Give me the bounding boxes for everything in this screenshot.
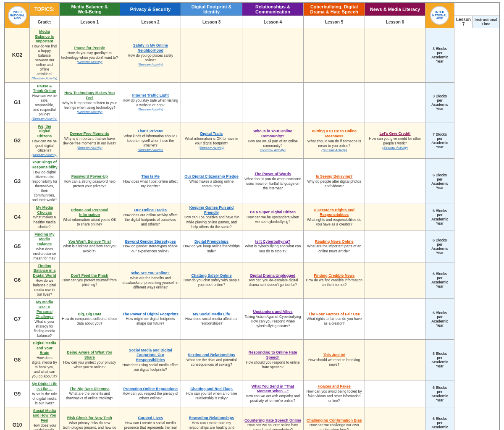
- g6-l4-title[interactable]: Chatting Safely Online: [183, 273, 240, 278]
- g3-l1-title[interactable]: Your Rings of Responsibility: [32, 160, 58, 170]
- g4-l4-title[interactable]: Keeping Games Fun and Friendly: [183, 205, 240, 215]
- g7-l3-title[interactable]: The Power of Digital Footprints: [122, 312, 179, 317]
- g4-l5-title[interactable]: Be a Super Digital Citizen: [244, 210, 302, 215]
- g1-l2-seesaw[interactable]: (Seesaw Activity): [61, 110, 118, 114]
- g8-l6-title[interactable]: This Just In!: [305, 353, 363, 358]
- g6-l3-title[interactable]: Who Are You Online?: [122, 271, 179, 276]
- g9-lesson5: What You Send in "That Moment When ..." …: [242, 380, 303, 407]
- g9-instruct: 6 BlocksperAcademicYear: [425, 380, 454, 407]
- g9-l1-title[interactable]: My Digital Life Is Like ...: [32, 382, 58, 391]
- g8-l3-title[interactable]: Social Media and Digital Footprints: Our…: [122, 348, 179, 363]
- g2-l4-seesaw[interactable]: (Seesaw Activity): [183, 146, 240, 150]
- g6-l1-title[interactable]: Finding Balance in a Digital World: [32, 264, 58, 278]
- g8-l6-desc: How should we react to breaking news?: [305, 358, 363, 367]
- lesson3-header: Lesson 3: [181, 16, 242, 28]
- kg2-l3-title[interactable]: Safety in My Online Neighborhood: [122, 43, 179, 53]
- g5-l2-title[interactable]: You Won't Believe This!: [61, 239, 118, 244]
- kg2-l2-title[interactable]: Pause for People: [61, 46, 118, 51]
- g10-l2-desc: What privacy risks do new technologies p…: [61, 421, 118, 430]
- g6-l6-desc: How do we find credible information on t…: [305, 278, 363, 287]
- g2-l6-seesaw[interactable]: (Seesaw Activity): [305, 148, 363, 152]
- g1-l2-title[interactable]: How Technology Makes You Feel: [61, 91, 118, 100]
- g2-l3-title[interactable]: That's Private!: [122, 129, 179, 134]
- g9-l3-title[interactable]: Protecting Online Reputations: [122, 387, 179, 392]
- g8-l2-title[interactable]: Being Aware of What You Share: [61, 350, 118, 360]
- g9-lesson3: Protecting Online Reputations How can yo…: [120, 380, 181, 407]
- g5-l6-title[interactable]: Reading News Online: [305, 239, 363, 244]
- g6-lesson6: Finding Credible News How do we find cre…: [304, 262, 365, 298]
- g8-lesson1: Digital Media and Your Brain How does di…: [30, 339, 60, 380]
- g6-l6-title[interactable]: Finding Credible News: [305, 273, 363, 278]
- g7-l1-title[interactable]: My Media Use: A Personal Challenge: [32, 300, 58, 320]
- g2-l4-title[interactable]: Digital Trails: [183, 131, 240, 136]
- g5-l5-title[interactable]: Is It Cyberbullying?: [244, 239, 302, 244]
- grade-label-g8: G8: [5, 339, 30, 380]
- lesson-header-row: Grade: Lesson 1 Lesson 2 Lesson 3 Lesson…: [5, 16, 499, 28]
- grade-label-g3: G3: [5, 159, 30, 204]
- g1-l3-seesaw[interactable]: (Seesaw Activity): [122, 108, 179, 112]
- g1-l1-seesaw[interactable]: (Seesaw Activity): [32, 117, 58, 121]
- g3-l5-title[interactable]: The Power of Words: [244, 172, 302, 177]
- g1-l3-title[interactable]: Internet Traffic Light: [122, 93, 179, 98]
- grade-label-g4: G4: [5, 204, 30, 231]
- g9-lesson2: The Big Data Dilemma What are the benefi…: [59, 380, 120, 407]
- g3-lesson6: Is Seeing Believing? Why do people alter…: [304, 159, 365, 204]
- g2-l7-title[interactable]: Let's Give Credit!: [367, 131, 423, 136]
- g2-l3-seesaw[interactable]: (Seesaw Activity): [122, 148, 179, 152]
- g10-l2-title[interactable]: Risk Check for New Tech: [61, 416, 118, 421]
- g9-l6-desc: How can you avoid being fooled by fake v…: [305, 389, 363, 403]
- g6-l5-desc: How can you de-escalate digital drama so…: [244, 278, 302, 287]
- kg2-l1-title[interactable]: Media Balance Is Important: [32, 29, 58, 44]
- g1-lesson2: How Technology Makes You Feel Why is it …: [59, 82, 120, 123]
- kg2-l3-seesaw[interactable]: (Seesaw Activity): [122, 63, 179, 67]
- g10-l5-title[interactable]: Countering Hate Speech Online: [244, 418, 302, 423]
- g4-l1-title[interactable]: My Media Choices: [32, 205, 58, 215]
- g7-l5-title[interactable]: Upstanders and Allies: [244, 309, 302, 315]
- g2-l2-title[interactable]: Device-Free Moments: [61, 131, 118, 136]
- g4-l2-title[interactable]: Private and Personal Information: [61, 208, 118, 218]
- kg2-l2-seesaw[interactable]: (Seesaw Activity): [61, 60, 118, 64]
- g9-l2-title[interactable]: The Big Data Dilemma: [61, 387, 118, 392]
- g8-l4-title[interactable]: Sexting and Relationships: [183, 353, 240, 358]
- g2-l1-title[interactable]: We, the Digital Citizens: [32, 124, 58, 139]
- g2-l1-seesaw[interactable]: (Seesaw Activity): [32, 153, 58, 157]
- g10-l1-title[interactable]: Social Media and How You Feel: [32, 409, 58, 423]
- g9-l6-title[interactable]: Hoaxes and Fakes: [305, 384, 363, 389]
- g2-l7-seesaw[interactable]: (Seesaw Activity): [367, 146, 423, 150]
- grade-label-g6: G6: [5, 262, 30, 298]
- g4-l3-title[interactable]: Our Online Tracks: [122, 208, 179, 213]
- g10-l6-title[interactable]: Challenging Confirmation Bias: [305, 418, 363, 423]
- g7-l2-title[interactable]: Big, Big Data: [61, 312, 118, 317]
- g8-l1-title[interactable]: Digital Media and Your Brain: [32, 341, 58, 356]
- topics-label: TOPICS:: [34, 6, 55, 12]
- g9-l5-title[interactable]: What You Send in "That Moment When ...": [244, 384, 302, 394]
- g2-l5-seesaw[interactable]: (Seesaw Activity): [244, 148, 302, 152]
- media-balance-header: Media Balance &Well-Being: [59, 3, 120, 16]
- g1-l1-title[interactable]: Pause & Think Online: [32, 84, 58, 94]
- g7-l6-title[interactable]: The Four Factors of Fair Use: [305, 312, 363, 317]
- g5-l3-title[interactable]: Beyond Gender Stereotypes: [122, 239, 179, 244]
- g4-l6-title[interactable]: A Creator's Rights and Responsibilities: [305, 208, 363, 218]
- g3-instruct: 6 BlocksperAcademicYear: [425, 159, 454, 204]
- g2-l2-seesaw[interactable]: (Seesaw Activity): [61, 146, 118, 150]
- g10-l3-title[interactable]: Curated Lives: [122, 416, 179, 421]
- g9-l4-title[interactable]: Chatting and Red Flags: [183, 387, 240, 392]
- g8-l5-title[interactable]: Responding to Online Hate Speech: [244, 350, 302, 360]
- g7-l4-title[interactable]: My Social Media Life: [183, 312, 240, 317]
- g10-l4-title[interactable]: Rewarding Relationships: [183, 416, 240, 421]
- grade-label-g10: G10: [5, 407, 30, 430]
- g3-l6-title[interactable]: Is Seeing Believing?: [305, 174, 363, 179]
- g2-l6-title[interactable]: Putting a STOP to Online Meanness: [305, 129, 363, 139]
- kg2-l1-seesaw[interactable]: (Seesaw Activity): [32, 76, 58, 81]
- g3-l3-title[interactable]: This Is Me: [122, 174, 179, 179]
- kg2-l3-desc: How do you go places safely online?: [122, 53, 179, 63]
- g5-l1-title[interactable]: Finding My Media Balance: [32, 232, 58, 247]
- g6-l5-title[interactable]: Digital Drama Unplugged: [244, 273, 302, 278]
- logo-right-img: INTERNATIONALAISD: [430, 6, 449, 25]
- g5-l4-title[interactable]: Digital Friendships: [183, 239, 240, 244]
- g6-l2-title[interactable]: Don't Feed the Phish: [61, 273, 118, 278]
- g3-l2-title[interactable]: Password Power-Up: [61, 174, 118, 179]
- logo-left-img: INTERNATIONALAISD: [8, 6, 27, 25]
- g2-l5-title[interactable]: Who Is in Your Online Community?: [244, 129, 302, 139]
- g3-l4-title[interactable]: Our Digital Citizenship Pledge: [183, 174, 240, 179]
